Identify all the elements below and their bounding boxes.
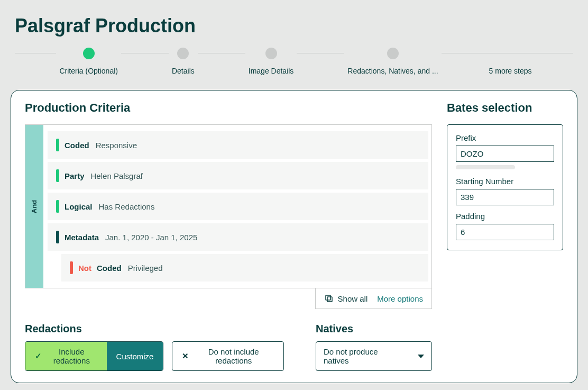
criteria-row-nested[interactable]: Not Coded Privileged — [61, 254, 428, 282]
step-details[interactable]: Details — [169, 48, 198, 75]
starting-number-input[interactable] — [456, 189, 554, 205]
padding-label: Padding — [456, 212, 554, 221]
criteria-label: Party — [65, 171, 85, 180]
criteria-value: Has Redactions — [99, 202, 155, 211]
main-card: Production Criteria And Coded Responsive… — [11, 90, 577, 383]
field-gap-bar — [456, 165, 515, 169]
criteria-label: Coded — [97, 264, 122, 273]
redactions-section: Redactions ✓ Include redactions Customiz… — [25, 309, 284, 371]
show-all-button[interactable]: Show all — [324, 294, 368, 303]
svg-rect-0 — [327, 297, 332, 302]
criteria-value: Privileged — [128, 264, 163, 273]
step-label: Image Details — [249, 67, 294, 75]
step-overflow-label[interactable]: 5 more steps — [489, 48, 532, 75]
criteria-label: Coded — [65, 141, 89, 150]
step-image-details[interactable]: Image Details — [245, 48, 297, 75]
criteria-label: Metadata — [65, 233, 99, 242]
show-all-label: Show all — [338, 294, 368, 303]
criteria-label: Logical — [65, 202, 93, 211]
svg-rect-1 — [326, 295, 330, 300]
criteria-row[interactable]: Logical Has Redactions — [48, 193, 428, 220]
prefix-label: Prefix — [456, 133, 554, 142]
more-options-link[interactable]: More options — [377, 294, 423, 303]
criteria-column: Production Criteria And Coded Responsive… — [25, 101, 432, 371]
criteria-bar-icon — [70, 261, 73, 274]
criteria-bar-icon — [56, 231, 59, 243]
step-label: Redactions, Natives, and ... — [347, 67, 438, 75]
bates-section-title: Bates selection — [447, 101, 563, 115]
natives-title: Natives — [316, 323, 432, 335]
criteria-value: Helen Palsgraf — [91, 171, 143, 180]
criteria-operator-rail: And — [25, 125, 43, 288]
criteria-value: Responsive — [96, 141, 137, 150]
include-redactions-button[interactable]: ✓ Include redactions — [25, 342, 107, 370]
step-dot-icon — [387, 48, 399, 59]
criteria-value: Jan. 1, 2020 - Jan 1, 2025 — [105, 233, 197, 242]
x-icon: ✕ — [182, 351, 189, 361]
redactions-toggle: ✓ Include redactions Customize — [25, 341, 163, 371]
criteria-section-title: Production Criteria — [25, 101, 432, 115]
starting-number-label: Starting Number — [456, 177, 554, 186]
page-title: Palsgraf Production — [0, 0, 588, 48]
step-dot-icon — [83, 48, 95, 59]
step-redactions-natives[interactable]: Redactions, Natives, and ... — [344, 48, 441, 75]
criteria-bar-icon — [56, 200, 59, 213]
check-icon: ✓ — [35, 351, 42, 361]
redactions-title: Redactions — [25, 323, 284, 335]
stepper: Criteria (Optional) Details Image Detail… — [0, 48, 588, 90]
bottom-row: Redactions ✓ Include redactions Customiz… — [25, 309, 432, 371]
customize-label: Customize — [116, 352, 154, 361]
criteria-toolbar: Show all More options — [315, 288, 432, 309]
natives-selected-label: Do not produce natives — [324, 347, 402, 365]
copy-icon — [324, 294, 334, 303]
padding-input[interactable] — [456, 224, 554, 240]
exclude-redactions-button[interactable]: ✕ Do not include redactions — [172, 341, 284, 371]
natives-section: Natives Do not produce natives — [316, 309, 432, 371]
step-label: Details — [172, 67, 195, 75]
bates-column: Bates selection Prefix Starting Number P… — [447, 101, 563, 371]
bates-box: Prefix Starting Number Padding — [447, 124, 563, 250]
criteria-bar-icon — [56, 169, 59, 182]
criteria-block: And Coded Responsive Party Helen Palsgra… — [25, 124, 432, 288]
criteria-operator-label: And — [31, 199, 39, 213]
include-redactions-label: Include redactions — [46, 347, 97, 365]
step-dot-icon — [265, 48, 277, 59]
step-label: Criteria (Optional) — [59, 67, 117, 75]
chevron-down-icon — [418, 355, 424, 358]
exclude-redactions-label: Do not include redactions — [193, 347, 274, 365]
criteria-row[interactable]: Coded Responsive — [48, 131, 428, 159]
criteria-row[interactable]: Metadata Jan. 1, 2020 - Jan 1, 2025 — [48, 223, 428, 251]
natives-select[interactable]: Do not produce natives — [316, 341, 432, 371]
criteria-row[interactable]: Party Helen Palsgraf — [48, 162, 428, 189]
customize-redactions-button[interactable]: Customize — [107, 342, 163, 370]
criteria-bar-icon — [56, 139, 59, 151]
prefix-input[interactable] — [456, 146, 554, 162]
criteria-not-label: Not — [78, 264, 91, 273]
step-criteria[interactable]: Criteria (Optional) — [56, 48, 121, 75]
criteria-rows: Coded Responsive Party Helen Palsgraf Lo… — [43, 125, 431, 288]
step-dot-icon — [177, 48, 189, 59]
